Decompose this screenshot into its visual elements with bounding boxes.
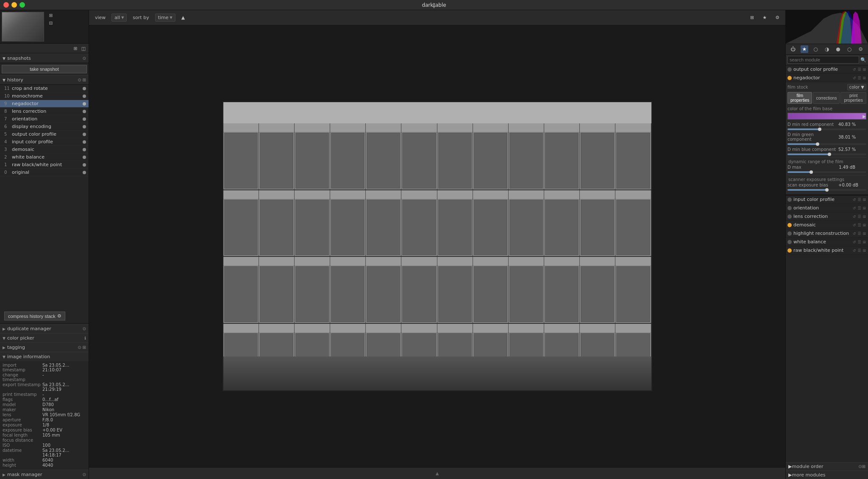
tool-circle[interactable]: ○	[812, 45, 819, 53]
history-item[interactable]: 8 lens correction	[0, 108, 89, 115]
image-view[interactable]	[89, 25, 785, 467]
star-icon[interactable]: ★	[760, 14, 769, 21]
tab-film-properties[interactable]: film properties	[787, 92, 812, 104]
tool-full[interactable]: ●	[835, 45, 842, 53]
sort-dir-btn[interactable]: ▲	[179, 14, 187, 21]
history-item[interactable]: 0 original	[0, 169, 89, 176]
module-icon-reset[interactable]: ↺	[852, 67, 857, 72]
wb-presets[interactable]: ☰	[857, 240, 861, 245]
tag-icon2[interactable]: ⊞	[83, 345, 86, 350]
mask-manager-header[interactable]: ▶ mask manager ⊙	[0, 470, 89, 479]
history-item[interactable]: 3 demosaic	[0, 146, 89, 153]
icp-expand[interactable]: ⊞	[862, 197, 866, 202]
module-icon-presets[interactable]: ☰	[857, 67, 861, 72]
left-tool-zoom[interactable]: ◫	[80, 45, 87, 52]
orient-presets[interactable]: ☰	[857, 206, 861, 211]
time-dropdown[interactable]: time ▼	[155, 14, 175, 22]
orient-reset[interactable]: ↺	[852, 206, 857, 211]
negadoctor-icon-reset[interactable]: ↺	[852, 75, 857, 81]
module-demosaic[interactable]: demosaic ↺ ☰ ⊞	[786, 221, 868, 229]
hlr-reset[interactable]: ↺	[852, 231, 857, 236]
rbw-expand[interactable]: ⊞	[862, 248, 866, 253]
view-btn[interactable]: view	[92, 14, 108, 21]
image-info-header[interactable]: ▼ image information	[0, 352, 89, 361]
more-modules-section[interactable]: ▶ more modules	[786, 471, 868, 479]
module-highlight-reconstruction[interactable]: highlight reconstruction ↺ ☰ ⊞	[786, 229, 868, 238]
maximize-button[interactable]	[19, 2, 25, 8]
tagging-header[interactable]: ▶ tagging ⊙ ⊞	[0, 343, 89, 352]
rbw-reset[interactable]: ↺	[852, 248, 857, 253]
tool-halfcircle[interactable]: ◑	[823, 45, 831, 53]
settings-icon[interactable]: ⚙	[773, 14, 782, 21]
search-module-input[interactable]	[787, 56, 859, 64]
color-picker-header[interactable]: ▼ color picker ℹ	[0, 333, 89, 343]
minimize-button[interactable]	[11, 2, 17, 8]
close-button[interactable]	[3, 2, 9, 8]
demo-reset[interactable]: ↺	[852, 223, 857, 228]
cp-icon[interactable]: ℹ	[84, 336, 86, 340]
grid-icon[interactable]: ⊞	[748, 14, 757, 21]
tool-star[interactable]: ★	[801, 45, 808, 53]
lens-reset[interactable]: ↺	[852, 214, 857, 219]
wb-reset[interactable]: ↺	[852, 240, 857, 245]
dmax-slider[interactable]	[787, 171, 866, 173]
history-item[interactable]: 1 raw black/white point	[0, 161, 89, 169]
dup-icon[interactable]: ⊙	[83, 326, 86, 331]
history-item[interactable]: 11 crop and rotate	[0, 85, 89, 92]
module-icon-expand[interactable]: ⊞	[862, 67, 866, 72]
thumb-icon-1[interactable]: ⊞	[47, 12, 54, 19]
history-icon-2[interactable]: ⊞	[83, 78, 86, 82]
wb-expand[interactable]: ⊞	[862, 240, 866, 245]
history-item[interactable]: 2 white balance	[0, 153, 89, 161]
icp-reset[interactable]: ↺	[852, 197, 857, 202]
negadoctor-icon-presets[interactable]: ☰	[857, 75, 861, 81]
hlr-expand[interactable]: ⊞	[862, 231, 866, 236]
tool-gear[interactable]: ⚙	[857, 45, 865, 53]
history-item[interactable]: 9 negadoctor	[0, 100, 89, 108]
left-tool-grid[interactable]: ⊞	[72, 45, 79, 52]
icp-presets[interactable]: ☰	[857, 197, 861, 202]
film-stock-dropdown[interactable]: color ▼	[847, 84, 866, 90]
history-icon-1[interactable]: ⊙	[78, 78, 81, 82]
thumb-icon-2[interactable]: ⊟	[47, 19, 54, 26]
snapshots-section-header[interactable]: ▼ snapshots ⊙	[0, 53, 89, 63]
module-output-color-profile[interactable]: output color profile ↺ ☰ ⊞	[786, 65, 868, 74]
lens-expand[interactable]: ⊞	[862, 214, 866, 219]
dmin-slider[interactable]	[787, 128, 866, 130]
take-snapshot-button[interactable]: take snapshot	[2, 65, 87, 73]
tag-icon1[interactable]: ⊙	[78, 345, 81, 350]
bottom-arrow[interactable]: ▲	[436, 471, 439, 476]
history-item[interactable]: 4 input color profile	[0, 138, 89, 146]
tool-empty[interactable]: ○	[846, 45, 853, 53]
all-dropdown[interactable]: all ▼	[111, 14, 127, 22]
negadoctor-header[interactable]: negadoctor ↺ ☰ ⊞	[786, 74, 868, 82]
orient-expand[interactable]: ⊞	[862, 206, 866, 211]
history-item[interactable]: 7 orientation	[0, 115, 89, 123]
module-order-icon1[interactable]: ⊙	[858, 464, 862, 469]
duplicate-manager-header[interactable]: ▶ duplicate manager ⊙	[0, 324, 89, 333]
lens-presets[interactable]: ☰	[857, 214, 861, 219]
tab-print-properties[interactable]: print properties	[840, 92, 866, 104]
negadoctor-icon-expand[interactable]: ⊞	[862, 75, 866, 81]
demo-expand[interactable]: ⊞	[862, 223, 866, 228]
dmin-slider[interactable]	[787, 153, 866, 155]
history-item[interactable]: 6 display encoding	[0, 123, 89, 131]
tool-power[interactable]: ⏻	[789, 45, 797, 53]
dmin-slider[interactable]	[787, 143, 866, 145]
module-order-section[interactable]: ▶ module order ⊙ ⊞	[786, 462, 868, 471]
film-base-color-swatch[interactable]: ▶	[787, 113, 866, 120]
history-item[interactable]: 10 monochrome	[0, 92, 89, 100]
module-input-color-profile[interactable]: input color profile ↺ ☰ ⊞	[786, 195, 868, 204]
compress-history-button[interactable]: compress history stack ⚙	[4, 312, 65, 320]
module-raw-bw-point[interactable]: raw black/white point ↺ ☰ ⊞	[786, 246, 868, 255]
scan-bias-slider[interactable]	[787, 189, 866, 191]
mask-icon[interactable]: ⊙	[83, 472, 86, 477]
history-section-header[interactable]: ▼ history ⊙ ⊞	[0, 75, 89, 85]
tab-corrections[interactable]: corrections	[813, 92, 840, 104]
demo-presets[interactable]: ☰	[857, 223, 861, 228]
rbw-presets[interactable]: ☰	[857, 248, 861, 253]
snapshots-icon-reset[interactable]: ⊙	[83, 56, 86, 61]
module-white-balance[interactable]: white balance ↺ ☰ ⊞	[786, 238, 868, 246]
hlr-presets[interactable]: ☰	[857, 231, 861, 236]
thumbnail-image[interactable]	[2, 12, 44, 42]
